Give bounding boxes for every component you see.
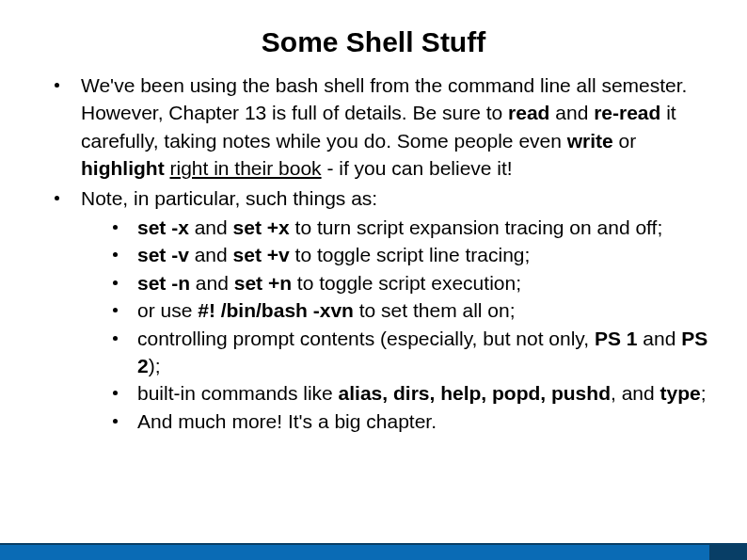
slide: Some Shell Stuff We've been using the ba…: [0, 0, 747, 560]
text: And much more! It's a big chapter.: [137, 410, 437, 432]
text: controlling prompt contents (especially,…: [137, 328, 595, 349]
footer-bar: [0, 543, 747, 560]
text: , and: [611, 382, 660, 404]
bold: #! /bin/bash -xvn: [198, 299, 354, 321]
text: and: [549, 102, 594, 123]
bullet-list: We've been using the bash shell from the…: [38, 72, 709, 435]
sub-bullet-list: set -x and set +x to turn script expansi…: [81, 214, 709, 435]
text: );: [149, 355, 161, 376]
bold: set -v: [137, 244, 189, 265]
bold: set -x: [137, 216, 189, 238]
text: and: [190, 272, 234, 294]
text: and: [189, 244, 233, 265]
bold-write: write: [567, 130, 613, 152]
text: to toggle script execution;: [292, 272, 521, 294]
sub-item-4: or use #! /bin/bash -xvn to set them all…: [113, 296, 709, 324]
bold: alias, dirs, help, popd, pushd: [339, 382, 611, 404]
sub-item-7: And much more! It's a big chapter.: [113, 408, 709, 435]
bold-highlight: highlight: [81, 157, 165, 179]
text: to turn script expansion tracing on and …: [290, 216, 663, 238]
bold: set -n: [137, 272, 190, 294]
bold-read: read: [508, 102, 549, 123]
slide-title: Some Shell Stuff: [38, 26, 709, 58]
bold: PS 1: [595, 328, 638, 349]
sub-item-3: set -n and set +n to toggle script execu…: [113, 269, 709, 296]
underline-phrase: right in their book: [169, 157, 321, 179]
text: - if you can believe it!: [322, 157, 513, 179]
text: to toggle script line tracing;: [290, 244, 531, 265]
text: Note, in particular, such things as:: [81, 187, 377, 209]
bullet-item-2: Note, in particular, such things as: set…: [55, 184, 709, 436]
sub-item-2: set -v and set +v to toggle script line …: [113, 241, 709, 268]
bold: type: [660, 382, 701, 404]
text: or use: [137, 299, 198, 321]
bullet-item-1: We've been using the bash shell from the…: [55, 72, 709, 183]
text: and: [189, 216, 233, 238]
text: ;: [701, 382, 707, 404]
text: built-in commands like: [137, 382, 339, 404]
bold: set +v: [233, 244, 290, 265]
text: or: [613, 130, 637, 152]
sub-item-5: controlling prompt contents (especially,…: [113, 325, 709, 380]
text: to set them all on;: [354, 299, 516, 321]
bold: set +x: [233, 216, 290, 238]
bold-reread: re-read: [594, 102, 660, 123]
sub-item-1: set -x and set +x to turn script expansi…: [113, 214, 709, 241]
text: and: [638, 328, 682, 349]
sub-item-6: built-in commands like alias, dirs, help…: [113, 379, 709, 407]
bold: set +n: [234, 272, 292, 294]
